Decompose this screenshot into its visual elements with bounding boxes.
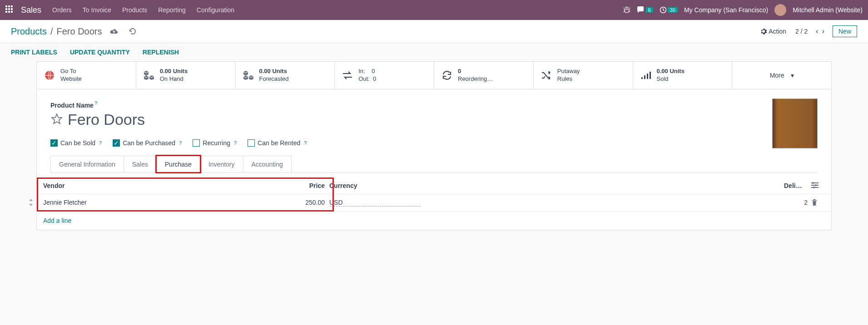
main-nav: Orders To Invoice Products Reporting Con…: [52, 6, 623, 14]
tab-accounting[interactable]: Accounting: [243, 156, 292, 172]
help-icon[interactable]: ?: [99, 140, 102, 146]
activities-badge: 35: [668, 7, 678, 13]
help-icon[interactable]: ?: [94, 100, 97, 106]
col-price[interactable]: Price: [270, 182, 325, 189]
stat-forecasted[interactable]: 0.00 UnitsForecasted: [236, 62, 335, 89]
nav-configuration[interactable]: Configuration: [197, 6, 234, 14]
breadcrumb-parent[interactable]: Products: [11, 26, 47, 37]
checkbox-checked-icon: ✓: [50, 139, 58, 147]
stat-buttons: Go ToWebsite 0.00 UnitsOn Hand 0.00 Unit…: [37, 62, 831, 89]
svg-rect-2: [641, 77, 643, 79]
currency-cell[interactable]: USD: [329, 199, 420, 207]
col-vendor[interactable]: Vendor: [43, 182, 270, 189]
action-menu[interactable]: Action: [760, 28, 786, 35]
avatar[interactable]: [774, 4, 786, 16]
print-labels-button[interactable]: PRINT LABELS: [11, 49, 57, 56]
nav-products[interactable]: Products: [122, 6, 147, 14]
gear-icon: [760, 28, 767, 34]
vendor-cell[interactable]: Jennie Fletcher: [43, 199, 270, 206]
product-name-label: Product Name?: [50, 100, 818, 109]
bug-icon[interactable]: [623, 6, 630, 14]
apps-icon[interactable]: [5, 5, 15, 15]
product-flags: ✓ Can be Sold? ✓ Can be Purchased? Recur…: [50, 139, 818, 147]
product-title[interactable]: Fero Doors: [68, 111, 145, 128]
checkbox-icon: [193, 139, 200, 147]
discard-icon[interactable]: [129, 27, 137, 35]
can-be-purchased-checkbox[interactable]: ✓ Can be Purchased?: [113, 139, 182, 147]
control-panel: Products / Fero Doors Action 2 / 2 ‹ › N…: [0, 20, 868, 43]
help-icon[interactable]: ?: [234, 140, 237, 146]
nav-reporting[interactable]: Reporting: [158, 6, 186, 14]
nav-orders[interactable]: Orders: [52, 6, 72, 14]
delete-row-icon[interactable]: [811, 199, 825, 206]
stat-reordering[interactable]: 0Reordering…: [434, 62, 534, 89]
notebook-tabs: General Information Sales Purchase Inven…: [50, 156, 818, 173]
svg-point-10: [815, 184, 817, 186]
stat-sold[interactable]: 0.00 UnitsSold: [633, 62, 733, 89]
favorite-star-icon[interactable]: [50, 113, 63, 126]
delivery-cell[interactable]: 2: [784, 199, 811, 206]
columns-settings-icon[interactable]: [811, 182, 825, 189]
svg-point-11: [813, 187, 815, 188]
tab-purchase[interactable]: Purchase: [156, 156, 200, 172]
svg-rect-3: [644, 75, 645, 79]
table-row[interactable]: Jennie Fletcher 250.00 USD 2: [37, 194, 831, 212]
col-delivery[interactable]: Deli…: [784, 182, 811, 189]
breadcrumb-current: Fero Doors: [57, 26, 102, 37]
form-body: Product Name? Fero Doors ✓ Can be Sold? …: [37, 89, 831, 177]
boxes-icon: [143, 69, 155, 82]
messages-badge: 6: [646, 7, 653, 13]
new-button[interactable]: New: [833, 25, 857, 37]
activities-icon[interactable]: 35: [660, 6, 678, 14]
transfer-icon: [341, 69, 354, 82]
shuffle-icon: [540, 69, 553, 82]
breadcrumb: Products / Fero Doors: [11, 26, 137, 37]
help-icon[interactable]: ?: [304, 140, 307, 146]
svg-point-9: [812, 182, 814, 184]
pager-prev[interactable]: ‹: [814, 27, 820, 35]
stat-more[interactable]: More ▾: [732, 62, 831, 89]
top-navbar: Sales Orders To Invoice Products Reporti…: [0, 0, 868, 20]
svg-rect-5: [650, 72, 651, 79]
pager-next[interactable]: ›: [820, 27, 826, 35]
action-label: Action: [769, 28, 786, 35]
stat-putaway[interactable]: PutawayRules: [534, 62, 633, 89]
pager[interactable]: 2 / 2: [795, 28, 808, 35]
can-be-rented-checkbox[interactable]: Can be Rented?: [248, 139, 307, 147]
cloud-save-icon[interactable]: [109, 28, 119, 35]
stat-in-out[interactable]: In: 0 Out: 0: [335, 62, 434, 89]
refresh-icon: [441, 69, 453, 82]
table-header: Vendor Price Currency Deli…: [37, 177, 831, 194]
stat-go-to-website[interactable]: Go ToWebsite: [37, 62, 136, 89]
replenish-button[interactable]: REPLENISH: [143, 49, 179, 56]
recurring-checkbox[interactable]: Recurring?: [193, 139, 237, 147]
company-switcher[interactable]: My Company (San Francisco): [684, 6, 768, 14]
messages-icon[interactable]: 6: [637, 6, 653, 14]
can-be-sold-checkbox[interactable]: ✓ Can be Sold?: [50, 139, 102, 147]
drag-handle-icon[interactable]: [29, 199, 33, 206]
checkbox-icon: [248, 139, 255, 147]
add-line-button[interactable]: Add a line: [37, 212, 831, 230]
app-brand[interactable]: Sales: [21, 5, 41, 15]
breadcrumb-sep: /: [50, 26, 53, 37]
boxes-icon: [242, 69, 255, 82]
stat-on-hand[interactable]: 0.00 UnitsOn Hand: [136, 62, 236, 89]
caret-down-icon: ▾: [791, 72, 794, 79]
tab-inventory[interactable]: Inventory: [200, 156, 243, 172]
user-menu[interactable]: Mitchell Admin (Website): [793, 6, 863, 14]
topbar-right: 6 35 My Company (San Francisco) Mitchell…: [623, 4, 863, 16]
help-icon[interactable]: ?: [179, 140, 182, 146]
action-bar: PRINT LABELS UPDATE QUANTITY REPLENISH: [0, 43, 868, 61]
bars-icon: [640, 69, 652, 82]
tab-general-information[interactable]: General Information: [50, 156, 124, 172]
product-image[interactable]: [772, 98, 818, 148]
checkbox-checked-icon: ✓: [113, 139, 120, 147]
price-cell[interactable]: 250.00: [270, 199, 325, 206]
vendor-pricelist-table: Vendor Price Currency Deli… Jennie Fletc…: [37, 177, 831, 230]
tab-sales[interactable]: Sales: [124, 156, 157, 172]
col-currency[interactable]: Currency: [325, 182, 416, 189]
update-quantity-button[interactable]: UPDATE QUANTITY: [70, 49, 130, 56]
svg-rect-4: [647, 74, 648, 79]
form-sheet: Go ToWebsite 0.00 UnitsOn Hand 0.00 Unit…: [36, 61, 832, 230]
nav-to-invoice[interactable]: To Invoice: [83, 6, 111, 14]
